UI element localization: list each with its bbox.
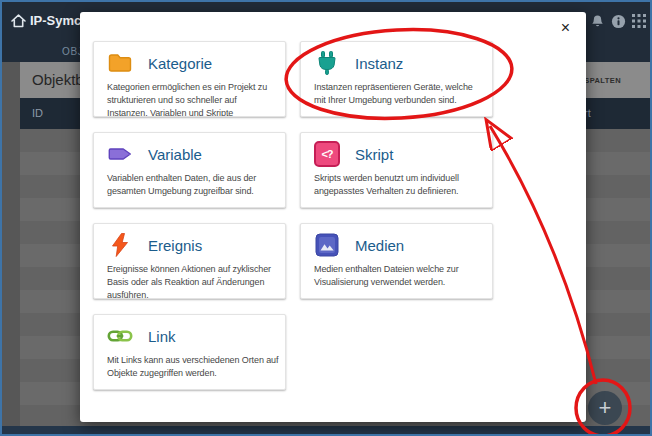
card-title: Link [148, 328, 176, 345]
object-type-cards: Kategorie Kategorien ermöglichen es ein … [93, 41, 493, 390]
card-description: Instanzen repräsentieren Geräte, welche … [314, 81, 486, 107]
folder-icon [107, 50, 133, 76]
card-link[interactable]: Link Mit Links kann aus verschiedenen Or… [93, 314, 286, 390]
bottom-bar [2, 426, 650, 434]
card-kategorie[interactable]: Kategorie Kategorien ermöglichen es ein … [93, 41, 286, 117]
lightning-icon [107, 232, 133, 258]
media-icon [314, 232, 340, 258]
plug-icon [314, 50, 340, 76]
script-icon: <? [314, 141, 340, 167]
card-title: Instanz [355, 55, 403, 72]
card-description: Ereignisse können Aktionen auf zyklische… [107, 263, 279, 299]
left-edge-strip [2, 62, 20, 426]
card-skript[interactable]: <? Skript Skripts werden benutzt um indi… [300, 132, 493, 208]
card-title: Kategorie [148, 55, 212, 72]
columns-button-label: SPALTEN [584, 76, 621, 85]
apps-grid-icon[interactable] [632, 14, 646, 32]
card-title: Variable [148, 146, 202, 163]
card-ereignis[interactable]: Ereignis Ereignisse können Aktionen auf … [93, 223, 286, 299]
app-window: IP-Symcon OBJEKTBAUM Objektbaum SPALTEN … [0, 0, 652, 436]
close-icon[interactable]: × [559, 18, 572, 38]
add-object-button[interactable]: + [588, 391, 622, 425]
card-variable[interactable]: Variable Variablen enthalten Daten, die … [93, 132, 286, 208]
card-title: Ereignis [148, 237, 202, 254]
card-title: Skript [355, 146, 393, 163]
script-icon-text: <? [321, 148, 332, 160]
card-description: Kategorien ermöglichen es ein Projekt zu… [107, 81, 279, 117]
home-icon[interactable] [10, 13, 27, 33]
link-icon [107, 323, 133, 349]
column-header-id: ID [32, 107, 43, 119]
tag-icon [107, 141, 133, 167]
card-description: Variablen enthalten Daten, die aus der g… [107, 172, 279, 198]
info-icon[interactable] [611, 14, 626, 33]
card-instanz[interactable]: Instanz Instanzen repräsentieren Geräte,… [300, 41, 493, 117]
card-description: Medien enthalten Dateien welche zur Visu… [314, 263, 486, 289]
card-description: Mit Links kann aus verschiedenen Orten a… [107, 354, 279, 380]
card-description: Skripts werden benutzt um individuell an… [314, 172, 486, 198]
add-object-dialog: × Kategorie Kategorien ermöglichen es ei… [80, 12, 586, 422]
card-title: Medien [355, 237, 404, 254]
bell-icon[interactable] [590, 14, 605, 33]
card-medien[interactable]: Medien Medien enthalten Dateien welche z… [300, 223, 493, 299]
